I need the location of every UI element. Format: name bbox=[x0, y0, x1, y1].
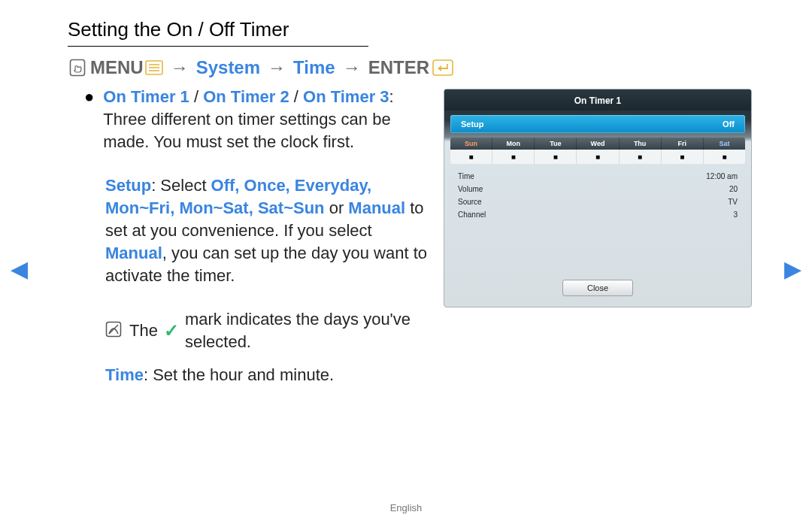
note-icon bbox=[105, 321, 122, 341]
bullet-dot: ● bbox=[84, 86, 94, 108]
timer1-lbl: On Timer 1 bbox=[103, 87, 189, 106]
row-source-k: Source bbox=[458, 198, 482, 206]
bullet-paragraph: On Timer 1 / On Timer 2 / On Timer 3: Th… bbox=[103, 86, 436, 153]
panel-title: On Timer 1 bbox=[444, 89, 751, 111]
enter-icon bbox=[432, 59, 453, 76]
bullet-colon: : bbox=[389, 87, 394, 106]
footer-language: English bbox=[0, 502, 812, 513]
time-line: Time: Set the hour and minute. bbox=[105, 364, 436, 386]
manual-lbl: Manual bbox=[348, 198, 405, 217]
day-sun[interactable]: Sun bbox=[450, 138, 492, 150]
sep1: / bbox=[189, 87, 203, 106]
arrow-3: → bbox=[343, 57, 361, 78]
breadcrumb: MENU → System → Time → ENTER bbox=[69, 57, 752, 78]
day-mon[interactable]: Mon bbox=[492, 138, 535, 150]
row-volume-k: Volume bbox=[458, 185, 483, 193]
arrow-2: → bbox=[268, 57, 286, 78]
row-channel-v: 3 bbox=[733, 210, 738, 219]
mark-wed: ■ bbox=[577, 150, 619, 164]
row-time[interactable]: Time12:00 am bbox=[444, 170, 751, 183]
mark-thu: ■ bbox=[620, 150, 662, 164]
note-pre: The bbox=[129, 320, 158, 342]
sep2: / bbox=[289, 87, 303, 106]
panel-setup-value: Off bbox=[723, 120, 735, 129]
after-setup: : Select bbox=[151, 176, 211, 195]
row-time-k: Time bbox=[458, 172, 474, 180]
setup-lbl: Setup bbox=[105, 176, 151, 195]
timer2-lbl: On Timer 2 bbox=[203, 87, 289, 106]
note-row: The ✓ mark indicates the days you've sel… bbox=[105, 308, 436, 353]
bullet-desc: Three different on timer settings can be… bbox=[103, 110, 390, 151]
svg-rect-5 bbox=[433, 60, 453, 75]
hand-menu-icon bbox=[69, 59, 86, 77]
panel-setup-label: Setup bbox=[461, 120, 484, 129]
mark-sat: ■ bbox=[704, 150, 745, 164]
mark-mon: ■ bbox=[492, 150, 535, 164]
close-button[interactable]: Close bbox=[562, 280, 633, 296]
nav-time: Time bbox=[293, 57, 335, 78]
nav-prev-icon[interactable]: ◀ bbox=[11, 256, 28, 282]
time-rest: : Set the hour and minute. bbox=[144, 365, 334, 384]
check-icon: ✓ bbox=[164, 320, 179, 341]
menu-label: MENU bbox=[90, 57, 144, 78]
day-thu[interactable]: Thu bbox=[620, 138, 662, 150]
row-time-v: 12:00 am bbox=[706, 172, 738, 180]
manual2-lbl: Manual bbox=[105, 244, 162, 262]
days-marks: ■ ■ ■ ■ ■ ■ ■ bbox=[450, 150, 745, 164]
or-word: or bbox=[325, 198, 349, 217]
row-volume-v: 20 bbox=[729, 185, 738, 193]
days-header: Sun Mon Tue Wed Thu Fri Sat bbox=[450, 138, 745, 150]
panel-setup-row[interactable]: Setup Off bbox=[450, 115, 745, 133]
row-source[interactable]: SourceTV bbox=[444, 195, 751, 208]
nav-next-icon[interactable]: ▶ bbox=[784, 256, 801, 282]
row-channel[interactable]: Channel3 bbox=[444, 208, 751, 221]
note-post: mark indicates the days you've selected. bbox=[185, 308, 436, 353]
day-wed[interactable]: Wed bbox=[577, 138, 619, 150]
mark-tue: ■ bbox=[535, 150, 577, 164]
row-source-v: TV bbox=[728, 198, 738, 206]
enter-label: ENTER bbox=[368, 57, 429, 78]
mark-sun: ■ bbox=[450, 150, 492, 164]
row-channel-k: Channel bbox=[458, 210, 486, 219]
setup-paragraph: Setup: Select Off, Once, Everyday, Mon~F… bbox=[105, 174, 436, 287]
time-lbl: Time bbox=[105, 365, 144, 384]
nav-system: System bbox=[196, 57, 260, 78]
hamburger-icon bbox=[145, 60, 163, 75]
day-sat[interactable]: Sat bbox=[704, 138, 745, 150]
timer3-lbl: On Timer 3 bbox=[303, 87, 389, 106]
arrow-1: → bbox=[171, 57, 189, 78]
timer-panel: On Timer 1 Setup Off Sun Mon Tue Wed Thu… bbox=[444, 89, 752, 307]
title-rule bbox=[68, 46, 368, 47]
mark-fri: ■ bbox=[662, 150, 704, 164]
day-tue[interactable]: Tue bbox=[535, 138, 577, 150]
row-volume[interactable]: Volume20 bbox=[444, 183, 751, 195]
day-fri[interactable]: Fri bbox=[662, 138, 704, 150]
page-title: Setting the On / Off Timer bbox=[68, 18, 752, 44]
